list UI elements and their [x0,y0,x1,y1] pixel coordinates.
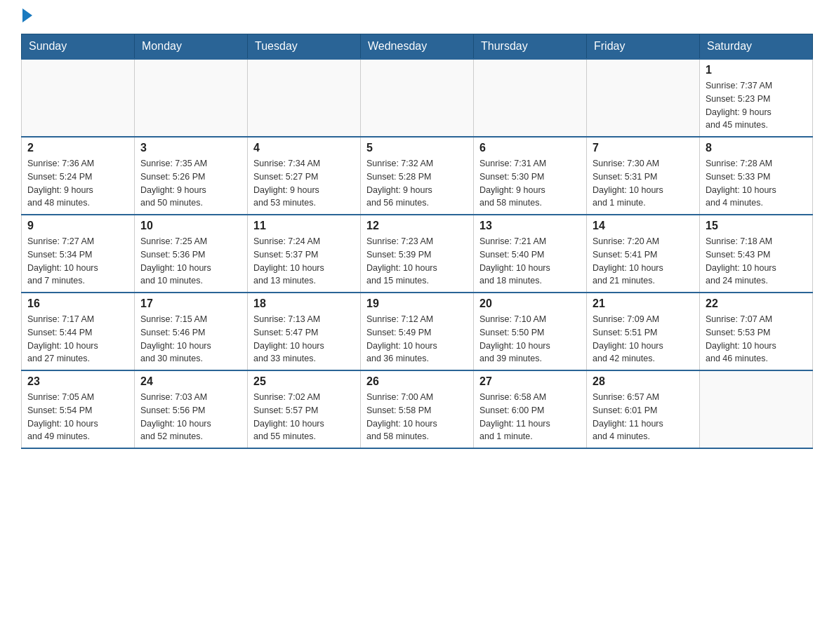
day-number: 3 [140,142,241,154]
day-number: 21 [593,297,694,310]
day-number: 28 [593,375,694,388]
day-number: 20 [479,297,581,310]
day-info: Sunrise: 7:02 AM Sunset: 5:57 PM Dayligh… [253,391,355,443]
day-number: 15 [706,220,807,232]
calendar-cell: 3Sunrise: 7:35 AM Sunset: 5:26 PM Daylig… [135,137,248,215]
day-info: Sunrise: 7:32 AM Sunset: 5:28 PM Dayligh… [366,157,468,210]
calendar-cell: 19Sunrise: 7:12 AM Sunset: 5:49 PM Dayli… [361,293,474,370]
day-number: 8 [706,142,807,154]
calendar-cell: 25Sunrise: 7:02 AM Sunset: 5:57 PM Dayli… [248,370,361,448]
day-of-week-header: Wednesday [361,34,474,60]
day-info: Sunrise: 7:13 AM Sunset: 5:47 PM Dayligh… [253,313,355,365]
day-number: 13 [479,220,581,232]
day-info: Sunrise: 7:30 AM Sunset: 5:31 PM Dayligh… [593,157,694,210]
calendar-cell: 15Sunrise: 7:18 AM Sunset: 5:43 PM Dayli… [700,215,813,293]
day-of-week-header: Tuesday [248,34,361,60]
day-number: 4 [253,142,355,154]
day-info: Sunrise: 7:35 AM Sunset: 5:26 PM Dayligh… [140,157,241,210]
day-number: 2 [27,142,128,154]
day-of-week-header: Monday [135,34,248,60]
calendar-cell: 7Sunrise: 7:30 AM Sunset: 5:31 PM Daylig… [587,137,700,215]
day-number: 1 [706,64,807,76]
calendar-cell: 2Sunrise: 7:36 AM Sunset: 5:24 PM Daylig… [22,137,135,215]
day-of-week-header: Saturday [700,34,813,60]
day-number: 5 [366,142,468,154]
calendar-cell: 18Sunrise: 7:13 AM Sunset: 5:47 PM Dayli… [248,293,361,370]
day-info: Sunrise: 7:31 AM Sunset: 5:30 PM Dayligh… [479,157,581,210]
calendar-week-row: 2Sunrise: 7:36 AM Sunset: 5:24 PM Daylig… [22,137,813,215]
page-header [21,14,813,20]
calendar-cell: 14Sunrise: 7:20 AM Sunset: 5:41 PM Dayli… [587,215,700,293]
calendar-cell [474,59,587,137]
day-info: Sunrise: 7:21 AM Sunset: 5:40 PM Dayligh… [479,235,581,288]
day-info: Sunrise: 6:58 AM Sunset: 6:00 PM Dayligh… [479,391,581,443]
day-info: Sunrise: 6:57 AM Sunset: 6:01 PM Dayligh… [593,391,694,443]
day-info: Sunrise: 7:10 AM Sunset: 5:50 PM Dayligh… [479,313,581,365]
day-of-week-header: Sunday [22,34,135,60]
calendar-cell: 8Sunrise: 7:28 AM Sunset: 5:33 PM Daylig… [700,137,813,215]
day-info: Sunrise: 7:00 AM Sunset: 5:58 PM Dayligh… [366,391,468,443]
day-info: Sunrise: 7:23 AM Sunset: 5:39 PM Dayligh… [366,235,468,288]
day-info: Sunrise: 7:09 AM Sunset: 5:51 PM Dayligh… [593,313,694,365]
day-number: 18 [253,297,355,310]
calendar-cell: 11Sunrise: 7:24 AM Sunset: 5:37 PM Dayli… [248,215,361,293]
day-number: 11 [253,220,355,232]
day-info: Sunrise: 7:20 AM Sunset: 5:41 PM Dayligh… [593,235,694,288]
day-number: 16 [27,297,128,310]
calendar-table: SundayMondayTuesdayWednesdayThursdayFrid… [21,34,813,449]
calendar-cell [587,59,700,137]
day-info: Sunrise: 7:37 AM Sunset: 5:23 PM Dayligh… [706,79,807,132]
calendar-cell: 20Sunrise: 7:10 AM Sunset: 5:50 PM Dayli… [474,293,587,370]
day-info: Sunrise: 7:24 AM Sunset: 5:37 PM Dayligh… [253,235,355,288]
calendar-cell: 21Sunrise: 7:09 AM Sunset: 5:51 PM Dayli… [587,293,700,370]
day-number: 19 [366,297,468,310]
day-info: Sunrise: 7:07 AM Sunset: 5:53 PM Dayligh… [706,313,807,365]
calendar-cell: 22Sunrise: 7:07 AM Sunset: 5:53 PM Dayli… [700,293,813,370]
day-info: Sunrise: 7:36 AM Sunset: 5:24 PM Dayligh… [27,157,128,210]
logo [21,14,32,20]
calendar-cell: 5Sunrise: 7:32 AM Sunset: 5:28 PM Daylig… [361,137,474,215]
calendar-cell: 26Sunrise: 7:00 AM Sunset: 5:58 PM Dayli… [361,370,474,448]
calendar-week-row: 23Sunrise: 7:05 AM Sunset: 5:54 PM Dayli… [22,370,813,448]
day-number: 10 [140,220,241,232]
day-number: 22 [706,297,807,310]
day-of-week-header: Thursday [474,34,587,60]
day-of-week-header: Friday [587,34,700,60]
calendar-cell: 28Sunrise: 6:57 AM Sunset: 6:01 PM Dayli… [587,370,700,448]
day-info: Sunrise: 7:12 AM Sunset: 5:49 PM Dayligh… [366,313,468,365]
logo-arrow-icon [22,8,32,22]
calendar-week-row: 16Sunrise: 7:17 AM Sunset: 5:44 PM Dayli… [22,293,813,370]
day-number: 7 [593,142,694,154]
calendar-cell [135,59,248,137]
calendar-cell [700,370,813,448]
day-number: 24 [140,375,241,388]
calendar-week-row: 9Sunrise: 7:27 AM Sunset: 5:34 PM Daylig… [22,215,813,293]
day-info: Sunrise: 7:03 AM Sunset: 5:56 PM Dayligh… [140,391,241,443]
calendar-cell: 10Sunrise: 7:25 AM Sunset: 5:36 PM Dayli… [135,215,248,293]
calendar-header-row: SundayMondayTuesdayWednesdayThursdayFrid… [22,34,813,60]
calendar-cell: 23Sunrise: 7:05 AM Sunset: 5:54 PM Dayli… [22,370,135,448]
day-number: 6 [479,142,581,154]
day-number: 14 [593,220,694,232]
day-info: Sunrise: 7:05 AM Sunset: 5:54 PM Dayligh… [27,391,128,443]
day-info: Sunrise: 7:27 AM Sunset: 5:34 PM Dayligh… [27,235,128,288]
calendar-cell: 17Sunrise: 7:15 AM Sunset: 5:46 PM Dayli… [135,293,248,370]
calendar-cell: 13Sunrise: 7:21 AM Sunset: 5:40 PM Dayli… [474,215,587,293]
calendar-cell: 1Sunrise: 7:37 AM Sunset: 5:23 PM Daylig… [700,59,813,137]
calendar-cell: 27Sunrise: 6:58 AM Sunset: 6:00 PM Dayli… [474,370,587,448]
day-info: Sunrise: 7:25 AM Sunset: 5:36 PM Dayligh… [140,235,241,288]
day-number: 9 [27,220,128,232]
calendar-cell [22,59,135,137]
day-info: Sunrise: 7:17 AM Sunset: 5:44 PM Dayligh… [27,313,128,365]
day-info: Sunrise: 7:15 AM Sunset: 5:46 PM Dayligh… [140,313,241,365]
calendar-cell [361,59,474,137]
calendar-cell: 16Sunrise: 7:17 AM Sunset: 5:44 PM Dayli… [22,293,135,370]
day-info: Sunrise: 7:34 AM Sunset: 5:27 PM Dayligh… [253,157,355,210]
day-number: 23 [27,375,128,388]
calendar-cell: 6Sunrise: 7:31 AM Sunset: 5:30 PM Daylig… [474,137,587,215]
day-info: Sunrise: 7:28 AM Sunset: 5:33 PM Dayligh… [706,157,807,210]
day-number: 27 [479,375,581,388]
day-info: Sunrise: 7:18 AM Sunset: 5:43 PM Dayligh… [706,235,807,288]
calendar-cell [248,59,361,137]
calendar-cell: 9Sunrise: 7:27 AM Sunset: 5:34 PM Daylig… [22,215,135,293]
